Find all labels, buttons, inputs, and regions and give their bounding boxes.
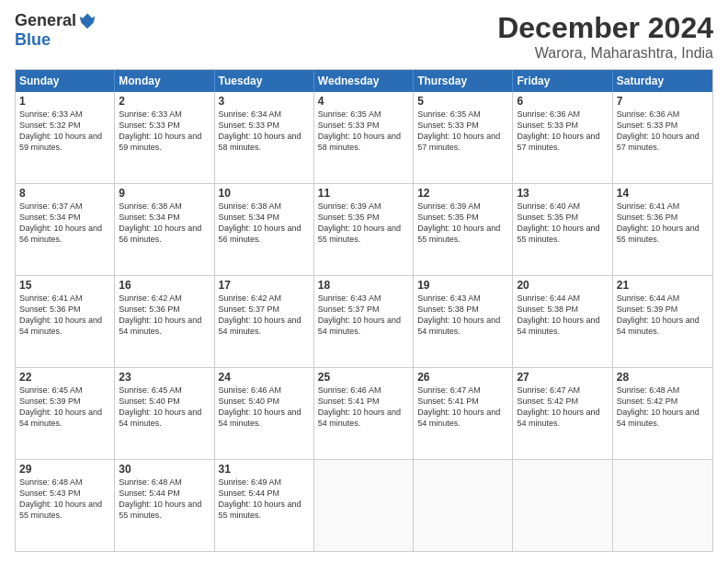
day-number: 21: [617, 279, 709, 292]
header-sunday: Sunday: [16, 70, 115, 92]
cell-info: Sunrise: 6:36 AMSunset: 5:33 PMDaylight:…: [517, 109, 599, 152]
day-number: 23: [119, 371, 210, 384]
cell-info: Sunrise: 6:45 AMSunset: 5:40 PMDaylight:…: [119, 385, 201, 428]
calendar-body: 1 Sunrise: 6:33 AMSunset: 5:32 PMDayligh…: [16, 92, 712, 551]
cell-info: Sunrise: 6:39 AMSunset: 5:35 PMDaylight:…: [417, 201, 500, 244]
cell-info: Sunrise: 6:40 AMSunset: 5:35 PMDaylight:…: [517, 201, 599, 244]
cell-info: Sunrise: 6:41 AMSunset: 5:36 PMDaylight:…: [19, 293, 102, 336]
header-monday: Monday: [115, 70, 214, 92]
day-number: 18: [318, 279, 409, 292]
day-number: 1: [19, 95, 110, 108]
cell-info: Sunrise: 6:42 AMSunset: 5:37 PMDaylight:…: [219, 293, 301, 336]
cell-info: Sunrise: 6:45 AMSunset: 5:39 PMDaylight:…: [19, 385, 102, 428]
cal-cell: 21 Sunrise: 6:44 AMSunset: 5:39 PMDaylig…: [613, 276, 712, 367]
header-wednesday: Wednesday: [314, 70, 414, 92]
day-number: 15: [19, 279, 110, 292]
cal-cell: 26 Sunrise: 6:47 AMSunset: 5:41 PMDaylig…: [414, 368, 513, 459]
day-number: 2: [119, 95, 210, 108]
cal-cell: 12 Sunrise: 6:39 AMSunset: 5:35 PMDaylig…: [414, 184, 513, 275]
cell-info: Sunrise: 6:44 AMSunset: 5:39 PMDaylight:…: [617, 293, 700, 336]
cell-info: Sunrise: 6:49 AMSunset: 5:44 PMDaylight:…: [219, 477, 301, 520]
cal-cell: 13 Sunrise: 6:40 AMSunset: 5:35 PMDaylig…: [513, 184, 612, 275]
cal-cell: 17 Sunrise: 6:42 AMSunset: 5:37 PMDaylig…: [215, 276, 314, 367]
cal-cell: 31 Sunrise: 6:49 AMSunset: 5:44 PMDaylig…: [215, 460, 314, 551]
cell-info: Sunrise: 6:46 AMSunset: 5:41 PMDaylight:…: [318, 385, 401, 428]
day-number: 17: [219, 279, 310, 292]
cal-cell: 19 Sunrise: 6:43 AMSunset: 5:38 PMDaylig…: [414, 276, 513, 367]
cal-cell: 7 Sunrise: 6:36 AMSunset: 5:33 PMDayligh…: [613, 92, 712, 183]
cal-row-5: 29 Sunrise: 6:48 AMSunset: 5:43 PMDaylig…: [16, 459, 712, 551]
cal-row-2: 8 Sunrise: 6:37 AMSunset: 5:34 PMDayligh…: [16, 183, 712, 275]
cell-info: Sunrise: 6:42 AMSunset: 5:36 PMDaylight:…: [119, 293, 201, 336]
day-number: 9: [119, 187, 210, 200]
cell-info: Sunrise: 6:48 AMSunset: 5:43 PMDaylight:…: [19, 477, 102, 520]
day-number: 16: [119, 279, 210, 292]
day-number: 13: [517, 187, 608, 200]
cal-cell: 24 Sunrise: 6:46 AMSunset: 5:40 PMDaylig…: [215, 368, 314, 459]
day-number: 27: [517, 371, 608, 384]
header-friday: Friday: [513, 70, 612, 92]
cal-cell: 27 Sunrise: 6:47 AMSunset: 5:42 PMDaylig…: [513, 368, 612, 459]
day-number: 29: [19, 463, 110, 476]
day-number: 8: [19, 187, 110, 200]
cal-cell: 23 Sunrise: 6:45 AMSunset: 5:40 PMDaylig…: [115, 368, 214, 459]
day-number: 4: [318, 95, 409, 108]
logo: General Blue: [15, 11, 97, 50]
page: General Blue December 2024 Warora, Mahar…: [0, 0, 728, 563]
cell-info: Sunrise: 6:47 AMSunset: 5:41 PMDaylight:…: [417, 385, 500, 428]
cal-cell: [314, 460, 414, 551]
cal-row-3: 15 Sunrise: 6:41 AMSunset: 5:36 PMDaylig…: [16, 275, 712, 367]
cal-cell: 6 Sunrise: 6:36 AMSunset: 5:33 PMDayligh…: [513, 92, 612, 183]
cell-info: Sunrise: 6:43 AMSunset: 5:38 PMDaylight:…: [417, 293, 500, 336]
cell-info: Sunrise: 6:38 AMSunset: 5:34 PMDaylight:…: [219, 201, 301, 244]
cell-info: Sunrise: 6:36 AMSunset: 5:33 PMDaylight:…: [617, 109, 700, 152]
month-title: December 2024: [497, 11, 713, 45]
day-number: 26: [417, 371, 508, 384]
day-number: 24: [219, 371, 310, 384]
cal-cell: 8 Sunrise: 6:37 AMSunset: 5:34 PMDayligh…: [16, 184, 115, 275]
day-number: 12: [417, 187, 508, 200]
cal-cell: 16 Sunrise: 6:42 AMSunset: 5:36 PMDaylig…: [115, 276, 214, 367]
cell-info: Sunrise: 6:46 AMSunset: 5:40 PMDaylight:…: [219, 385, 301, 428]
logo-blue-text: Blue: [15, 30, 51, 50]
calendar-header: Sunday Monday Tuesday Wednesday Thursday…: [16, 70, 712, 92]
cell-info: Sunrise: 6:43 AMSunset: 5:37 PMDaylight:…: [318, 293, 401, 336]
cal-cell: 18 Sunrise: 6:43 AMSunset: 5:37 PMDaylig…: [314, 276, 414, 367]
header: General Blue December 2024 Warora, Mahar…: [15, 11, 713, 62]
day-number: 22: [19, 371, 110, 384]
cell-info: Sunrise: 6:34 AMSunset: 5:33 PMDaylight:…: [219, 109, 301, 152]
cal-cell: 20 Sunrise: 6:44 AMSunset: 5:38 PMDaylig…: [513, 276, 612, 367]
cal-cell: 11 Sunrise: 6:39 AMSunset: 5:35 PMDaylig…: [314, 184, 414, 275]
cell-info: Sunrise: 6:33 AMSunset: 5:33 PMDaylight:…: [119, 109, 201, 152]
day-number: 14: [617, 187, 709, 200]
cell-info: Sunrise: 6:47 AMSunset: 5:42 PMDaylight:…: [517, 385, 599, 428]
day-number: 6: [517, 95, 608, 108]
day-number: 10: [219, 187, 310, 200]
cal-cell: 3 Sunrise: 6:34 AMSunset: 5:33 PMDayligh…: [215, 92, 314, 183]
day-number: 31: [219, 463, 310, 476]
day-number: 20: [517, 279, 608, 292]
calendar: Sunday Monday Tuesday Wednesday Thursday…: [15, 69, 713, 552]
header-saturday: Saturday: [613, 70, 712, 92]
cal-cell: 2 Sunrise: 6:33 AMSunset: 5:33 PMDayligh…: [115, 92, 214, 183]
day-number: 25: [318, 371, 409, 384]
cal-cell: [613, 460, 712, 551]
cell-info: Sunrise: 6:35 AMSunset: 5:33 PMDaylight:…: [417, 109, 500, 152]
cal-cell: [513, 460, 612, 551]
header-thursday: Thursday: [414, 70, 513, 92]
cal-cell: 9 Sunrise: 6:38 AMSunset: 5:34 PMDayligh…: [115, 184, 214, 275]
cell-info: Sunrise: 6:35 AMSunset: 5:33 PMDaylight:…: [318, 109, 401, 152]
cal-cell: 1 Sunrise: 6:33 AMSunset: 5:32 PMDayligh…: [16, 92, 115, 183]
cal-cell: [414, 460, 513, 551]
logo-general-text: General: [15, 11, 76, 30]
cal-cell: 5 Sunrise: 6:35 AMSunset: 5:33 PMDayligh…: [414, 92, 513, 183]
cell-info: Sunrise: 6:41 AMSunset: 5:36 PMDaylight:…: [617, 201, 700, 244]
cal-cell: 4 Sunrise: 6:35 AMSunset: 5:33 PMDayligh…: [314, 92, 414, 183]
cal-cell: 22 Sunrise: 6:45 AMSunset: 5:39 PMDaylig…: [16, 368, 115, 459]
cell-info: Sunrise: 6:39 AMSunset: 5:35 PMDaylight:…: [318, 201, 401, 244]
cal-cell: 29 Sunrise: 6:48 AMSunset: 5:43 PMDaylig…: [16, 460, 115, 551]
cell-info: Sunrise: 6:33 AMSunset: 5:32 PMDaylight:…: [19, 109, 102, 152]
day-number: 28: [617, 371, 709, 384]
cal-cell: 28 Sunrise: 6:48 AMSunset: 5:42 PMDaylig…: [613, 368, 712, 459]
cell-info: Sunrise: 6:38 AMSunset: 5:34 PMDaylight:…: [119, 201, 201, 244]
